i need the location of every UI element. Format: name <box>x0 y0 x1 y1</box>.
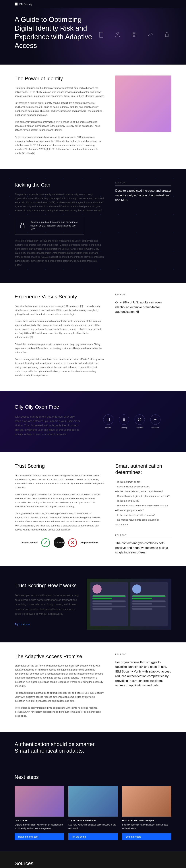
read-blog-button[interactable]: Read the blog post <box>14 833 64 840</box>
avatar <box>92 584 101 594</box>
trust-score-circle: Trust Score <box>54 537 65 548</box>
s5-heading: Trust Scoring: How it works <box>14 583 79 589</box>
card-title: Hear from Forrester analysts <box>122 819 172 822</box>
s3-p4: Access management does not have to be an… <box>14 357 104 377</box>
check-icon: ✓ <box>41 538 50 547</box>
card-title: Try the interactive demo <box>68 819 118 822</box>
list-item: Does it have a legitimate phone number o… <box>115 494 172 499</box>
next-card-learn: Learn more Explore three different ways … <box>14 786 64 840</box>
olly-body: With access management that enforces MFA… <box>14 414 82 436</box>
s6-key: For organizations that struggle to optim… <box>115 660 172 688</box>
activity-icon <box>119 414 129 425</box>
s1-heading: The Power of Identity <box>14 75 104 82</box>
s3-p3: Extend this cumbersome process to custom… <box>14 342 104 354</box>
key-label: KEY POINT <box>115 182 172 185</box>
s6-p1: Static rules set the bar for verificatio… <box>14 664 104 688</box>
card-desc: See how Verify with adaptive access work… <box>68 823 118 831</box>
see-report-button[interactable]: See the report <box>122 833 172 840</box>
list-item: Does a login proxy exist? <box>115 508 172 513</box>
mock-user-card <box>90 582 128 626</box>
try-demo-button[interactable]: Try the demo <box>68 833 118 840</box>
section-olly: Olly Olly Oxen Free With access manageme… <box>0 391 186 452</box>
s2-heading: Kicking the Can <box>14 182 104 188</box>
cta-line1: Authentication should be smarter. <box>14 741 172 747</box>
smart-auth-list: Is this a human or bot? Does malicious e… <box>115 479 172 527</box>
s3-p1: Consider that average business users man… <box>14 304 104 316</box>
s4-heading1: Trust Scoring <box>14 463 104 469</box>
network-icon <box>134 414 145 425</box>
card-image <box>14 786 64 816</box>
next-heading: Next steps <box>14 774 172 780</box>
olly-heading: Olly Olly Oxen Free <box>14 404 82 410</box>
cta-line2: Smart authentication adapts. <box>14 747 172 754</box>
list-item: Is this a human or bot? <box>115 479 172 484</box>
s1-p1: Our digital identities are fundamental t… <box>14 86 104 98</box>
s2-p1: The problem is people don't readily unde… <box>14 192 104 212</box>
s2-callout: Despite a predicted increase and being m… <box>14 217 84 235</box>
neg-label: Negative Factors <box>81 541 98 544</box>
device-icon <box>103 414 114 425</box>
olly-icons-row: Device Activity Network Behavior <box>92 414 172 429</box>
olly-behavior: Behavior <box>150 414 160 429</box>
s2-key: Despite a predicted increase and greater… <box>115 188 172 203</box>
hero-title: A Guide to Optimizing Digital Identity R… <box>14 15 102 50</box>
svg-point-2 <box>132 32 136 37</box>
list-item: Is the phone jail-past, rooted or jail-b… <box>115 489 172 494</box>
brand-bar: IBM Security <box>0 0 186 8</box>
s4-key: The context analysis combines both posit… <box>115 541 172 555</box>
list-item: Does malicious evidence exist? <box>115 484 172 489</box>
card-title: Learn more <box>14 819 64 822</box>
x-icon: ✕ <box>68 538 77 547</box>
svg-rect-6 <box>107 418 110 421</box>
section-trust-scoring: Trust Scoring AI-powered risk detection … <box>0 452 186 566</box>
olly-device: Device <box>103 414 114 429</box>
s1-p4: As the exchanges increase, however, so d… <box>14 135 104 155</box>
network-icon <box>129 30 138 39</box>
s6-heading: The Adaptive Access Promise <box>14 653 104 659</box>
next-card-demo: Try the interactive demo See how Verify … <box>68 786 118 840</box>
svg-point-7 <box>123 418 125 420</box>
card-image <box>122 786 172 816</box>
ibm-logo-icon <box>14 3 18 5</box>
section-kicking-the-can: Kicking the Can The problem is people do… <box>0 169 186 283</box>
svg-point-9 <box>138 419 141 420</box>
s4-p3: Once you have a trust score, you no long… <box>14 512 104 532</box>
pos-label: Positive Factors <box>21 541 37 544</box>
behavior-icon <box>150 414 160 425</box>
hero-icons <box>97 30 172 39</box>
svg-point-8 <box>138 418 141 421</box>
brand-label: IBM Security <box>19 3 32 5</box>
s3-heading: Experience Versus Security <box>14 293 104 300</box>
device-icon <box>97 30 106 39</box>
demo-mockup <box>87 579 172 630</box>
mock-user-card <box>130 582 168 626</box>
s3-key: Only 28% of U.S. adults can even identif… <box>115 300 172 314</box>
section-cta-big: Authentication should be smarter. Smart … <box>0 732 186 763</box>
s4-heading2: Smart authentication determines: <box>115 463 172 475</box>
svg-rect-0 <box>99 32 103 37</box>
olly-activity: Activity <box>119 414 129 429</box>
section-experience-vs-security: Experience Versus Security Consider that… <box>0 283 186 391</box>
section-power-of-identity: The Power of Identity Our digital identi… <box>0 65 186 169</box>
section-scoring-demo: Trust Scoring: How it works For example,… <box>0 566 186 643</box>
s4-p2: The context analysis combines both posit… <box>14 493 104 508</box>
section-sources: Sources "IBM: Digital Identity managemen… <box>0 851 186 868</box>
s4-p1: AI-powered risk detection uses machine l… <box>14 473 104 490</box>
section-adaptive-promise: The Adaptive Access Promise Static rules… <box>0 643 186 732</box>
avatar <box>132 584 141 594</box>
olly-network: Network <box>134 414 145 429</box>
lock-shield-icon <box>18 221 27 230</box>
trust-diagram: Positive Factors ✓ Trust Score ✕ Negativ… <box>14 537 104 548</box>
list-item: Has out-of-band authentication been bypa… <box>115 503 172 508</box>
s3-p2: Or, ask them to identify pictures with c… <box>14 319 104 339</box>
card-desc: Explore three different ways you can sup… <box>14 823 64 831</box>
s6-p3: The solution is easily integrated into a… <box>14 706 104 718</box>
next-card-forrester: Hear from Forrester analysts See why IBM… <box>122 786 172 840</box>
lock-icon <box>162 30 172 39</box>
s5-body: For example, a user with some minor anom… <box>14 593 79 616</box>
svg-rect-4 <box>165 34 168 37</box>
try-demo-link[interactable]: Try the demo <box>14 623 30 626</box>
card-image <box>68 786 118 816</box>
list-item: Do mouse movements seem unusual or autom… <box>115 518 172 527</box>
key-label: KEY POINT <box>115 653 172 657</box>
